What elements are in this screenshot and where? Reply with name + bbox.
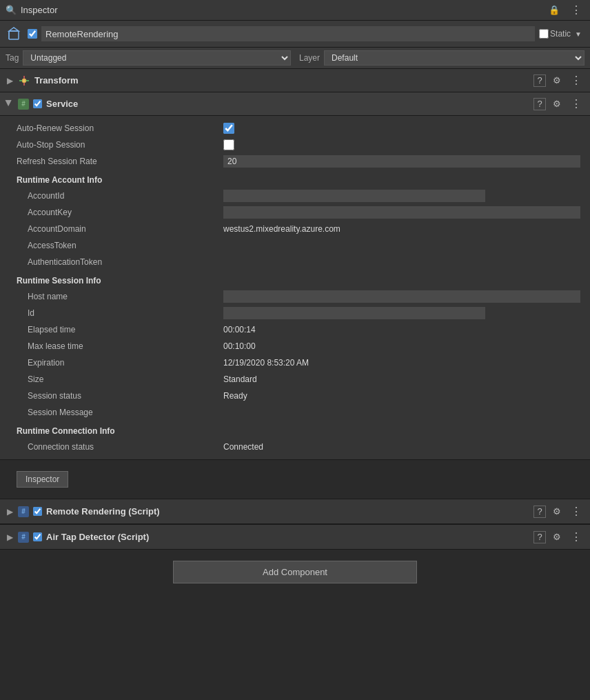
auto-renew-row: Auto-Renew Session <box>0 120 590 137</box>
remote-rendering-script-header: ▶ # Remote Rendering (Script) ? ⚙ ⋮ <box>0 499 590 524</box>
svg-marker-1 <box>9 28 19 31</box>
account-key-label: AccountKey <box>17 208 223 217</box>
expiration-value: 12/19/2020 8:53:20 AM <box>223 358 580 368</box>
max-lease-value: 00:10:00 <box>223 341 580 351</box>
more-options-button[interactable]: ⋮ <box>568 2 584 18</box>
lock-button[interactable]: 🔒 <box>546 3 562 17</box>
expiration-label: Expiration <box>17 358 223 368</box>
auto-stop-label: Auto-Stop Session <box>17 140 223 150</box>
remote-rendering-hash-icon: # <box>18 506 29 517</box>
add-component-button[interactable]: Add Component <box>173 561 417 583</box>
session-message-label: Session Message <box>17 408 223 417</box>
auto-renew-checkbox[interactable] <box>223 123 234 134</box>
runtime-session-header: Runtime Session Info <box>0 270 590 288</box>
service-help-button[interactable]: ? <box>533 98 546 110</box>
layer-dropdown[interactable]: Default <box>324 50 584 66</box>
transform-icon <box>18 74 30 87</box>
remote-rendering-expand[interactable]: ▶ <box>6 508 14 516</box>
runtime-connection-header: Runtime Connection Info <box>0 421 590 439</box>
air-tap-menu-button[interactable]: ⋮ <box>568 529 584 545</box>
service-expand-arrow[interactable]: ▶ <box>6 100 14 108</box>
access-token-label: AccessToken <box>17 241 223 250</box>
max-lease-label: Max lease time <box>17 341 223 351</box>
id-input[interactable] <box>223 307 485 319</box>
host-name-input[interactable] <box>223 290 580 303</box>
tag-dropdown[interactable]: Untagged <box>23 50 291 66</box>
size-label: Size <box>17 374 223 384</box>
account-id-row: AccountId <box>0 188 590 204</box>
air-tap-script-header: ▶ # Air Tap Detector (Script) ? ⚙ ⋮ <box>0 524 590 550</box>
refresh-rate-input[interactable] <box>223 155 580 168</box>
transform-settings-button[interactable]: ⚙ <box>550 74 564 87</box>
air-tap-settings-button[interactable]: ⚙ <box>550 530 564 543</box>
gameobject-active-checkbox[interactable] <box>28 29 37 39</box>
id-label: Id <box>17 308 223 318</box>
dots-icon: ⋮ <box>571 3 582 17</box>
air-tap-help-button[interactable]: ? <box>533 531 546 543</box>
transform-expand-arrow[interactable]: ▶ <box>6 77 14 85</box>
max-lease-row: Max lease time 00:10:00 <box>0 338 590 354</box>
inspector-window-icon: 🔍 <box>6 5 17 15</box>
elapsed-row: Elapsed time 00:00:14 <box>0 321 590 338</box>
account-key-row: AccountKey <box>0 204 590 221</box>
host-name-label: Host name <box>17 292 223 301</box>
service-body: Auto-Renew Session Auto-Stop Session Ref… <box>0 116 590 460</box>
air-tap-expand[interactable]: ▶ <box>6 533 14 541</box>
remote-rendering-help-button[interactable]: ? <box>533 506 546 518</box>
gameobject-cube-icon <box>6 25 23 43</box>
service-header: ▶ # Service ? ⚙ ⋮ <box>0 92 590 116</box>
lock-icon: 🔒 <box>549 5 560 15</box>
inspector-button[interactable]: Inspector <box>17 471 68 488</box>
title-bar-left: 🔍 Inspector <box>6 5 57 15</box>
transform-title: Transform <box>34 75 529 86</box>
session-status-value: Ready <box>223 391 580 401</box>
size-row: Size Standard <box>0 371 590 388</box>
gameobject-row: Static ▼ <box>0 21 590 48</box>
expiration-row: Expiration 12/19/2020 8:53:20 AM <box>0 354 590 371</box>
static-dropdown-button[interactable]: ▼ <box>572 29 584 39</box>
session-message-row: Session Message <box>0 404 590 421</box>
transform-header: ▶ Transform ? ⚙ ⋮ <box>0 69 590 92</box>
account-domain-label: AccountDomain <box>17 224 223 234</box>
auth-token-row: AuthenticationToken <box>0 254 590 270</box>
remote-rendering-settings-button[interactable]: ⚙ <box>550 505 564 518</box>
service-menu-button[interactable]: ⋮ <box>568 96 584 112</box>
auth-token-label: AuthenticationToken <box>17 257 223 267</box>
remote-rendering-menu-button[interactable]: ⋮ <box>568 503 584 519</box>
account-id-input[interactable] <box>223 190 485 202</box>
service-icons: ? ⚙ ⋮ <box>533 96 584 112</box>
service-hash-icon: # <box>18 99 29 110</box>
transform-help-button[interactable]: ? <box>533 74 546 87</box>
service-active-checkbox[interactable] <box>33 99 42 108</box>
account-domain-row: AccountDomain westus2.mixedreality.azure… <box>0 221 590 237</box>
tag-group: Tag Untagged <box>6 50 291 66</box>
elapsed-label: Elapsed time <box>17 325 223 334</box>
account-key-input[interactable] <box>223 206 580 219</box>
tag-label: Tag <box>6 53 19 63</box>
gameobject-name-input[interactable] <box>41 26 535 41</box>
id-row: Id <box>0 305 590 321</box>
transform-icons: ? ⚙ ⋮ <box>533 72 584 88</box>
air-tap-checkbox[interactable] <box>33 532 42 541</box>
air-tap-script-title: Air Tap Detector (Script) <box>46 532 529 542</box>
tag-layer-row: Tag Untagged Layer Default <box>0 48 590 69</box>
account-domain-value: westus2.mixedreality.azure.com <box>223 224 580 234</box>
remote-rendering-checkbox[interactable] <box>33 507 42 516</box>
connection-status-row: Connection status Connected <box>0 439 590 455</box>
elapsed-value: 00:00:14 <box>223 325 580 334</box>
transform-menu-button[interactable]: ⋮ <box>568 72 584 88</box>
layer-label: Layer <box>299 53 320 63</box>
service-settings-button[interactable]: ⚙ <box>550 97 564 110</box>
static-area: Static ▼ <box>539 29 584 39</box>
runtime-account-header: Runtime Account Info <box>0 170 590 188</box>
static-checkbox[interactable] <box>539 29 549 39</box>
title-bar-title: Inspector <box>21 5 57 15</box>
title-bar: 🔍 Inspector 🔒 ⋮ <box>0 0 590 21</box>
size-value: Standard <box>223 374 580 384</box>
air-tap-script-icons: ? ⚙ ⋮ <box>533 529 584 545</box>
static-label: Static <box>550 29 571 39</box>
refresh-rate-row: Refresh Session Rate <box>0 153 590 170</box>
account-id-label: AccountId <box>17 191 223 201</box>
add-component-area: Add Component <box>0 550 590 594</box>
auto-stop-checkbox[interactable] <box>223 139 234 150</box>
